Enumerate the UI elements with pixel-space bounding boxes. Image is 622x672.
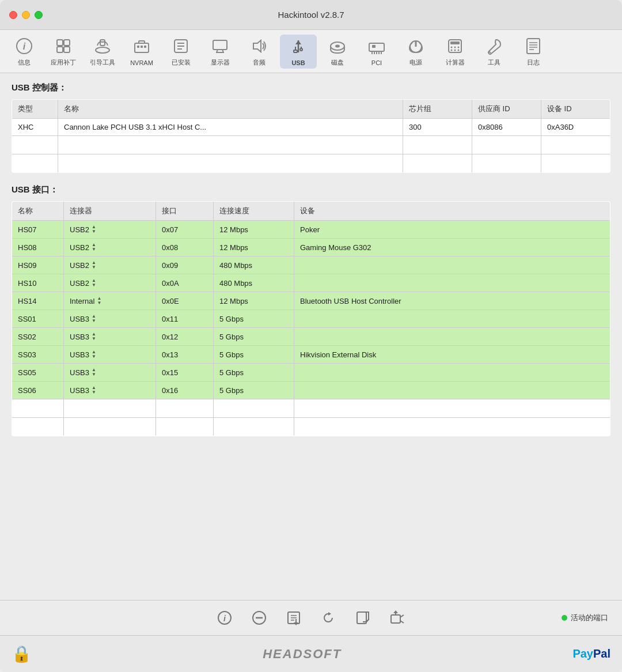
spinner-icon[interactable]: ▲▼	[92, 243, 96, 252]
cell-connector[interactable]: USB3▲▼	[64, 346, 156, 364]
toolbar-item-disk[interactable]: 磁盘	[319, 33, 356, 69]
cell-port-addr: 0x16	[156, 382, 214, 399]
cell-connector[interactable]: USB3▲▼	[64, 310, 156, 328]
spinner-icon[interactable]: ▲▼	[92, 261, 96, 270]
import-button[interactable]	[351, 606, 374, 629]
cell-connector[interactable]: USB3▲▼	[64, 364, 156, 382]
svg-rect-11	[144, 46, 146, 48]
paypal-logo: PayPal	[572, 647, 610, 660]
cell-port-addr: 0x07	[156, 221, 214, 239]
ports-col-name: 名称	[12, 202, 64, 221]
cell-device: Hikvision External Disk	[294, 346, 610, 364]
window-title: Hackintool v2.8.7	[278, 10, 344, 20]
spinner-icon[interactable]: ▲▼	[92, 386, 96, 395]
table-row[interactable]: SS05USB3▲▼0x155 Gbps	[12, 364, 610, 382]
close-button[interactable]	[9, 11, 17, 19]
cell-speed: 480 Mbps	[214, 274, 294, 292]
svg-rect-26	[294, 50, 297, 52]
toolbar-item-calc[interactable]: 计算器	[437, 33, 473, 69]
toolbar-label-calc: 计算器	[446, 58, 465, 67]
toolbar-item-installed[interactable]: 已安装	[162, 33, 199, 69]
info-button[interactable]: i	[213, 606, 236, 629]
cell-device: Gaming Mouse G302	[294, 239, 610, 256]
cell-connector[interactable]: Internal▲▼	[64, 292, 156, 310]
toolbar-item-log[interactable]: 日志	[515, 33, 552, 69]
spinner-icon[interactable]: ▲▼	[92, 314, 96, 323]
spinner-icon[interactable]: ▲▼	[97, 296, 101, 305]
spinner-icon[interactable]: ▲▼	[92, 368, 96, 377]
table-row[interactable]: SS02USB3▲▼0x125 Gbps	[12, 328, 610, 346]
table-row-empty	[12, 418, 610, 436]
svg-rect-4	[57, 47, 63, 52]
svg-point-29	[335, 45, 340, 48]
col-header-type: 类型	[12, 100, 58, 119]
toolbar-label-usb: USB	[291, 59, 305, 66]
cell-device	[294, 382, 610, 399]
table-row[interactable]: SS06USB3▲▼0x165 Gbps	[12, 382, 610, 399]
power-icon	[405, 36, 426, 56]
cell-connector[interactable]: USB3▲▼	[64, 382, 156, 399]
svg-marker-71	[393, 610, 398, 613]
table-row[interactable]: HS08USB2▲▼0x0812 MbpsGaming Mouse G302	[12, 239, 610, 256]
cell-speed: 5 Gbps	[214, 328, 294, 346]
maximize-button[interactable]	[35, 11, 43, 19]
toolbar-item-nvram[interactable]: NVRAM	[123, 35, 160, 69]
svg-marker-21	[253, 40, 261, 52]
toolbar-label-log: 日志	[527, 58, 540, 67]
toolbar-item-boot[interactable]: 引导工具	[84, 33, 121, 69]
cell-port-name: SS02	[12, 328, 64, 346]
cell-port-name: SS05	[12, 364, 64, 382]
toolbar-item-pci[interactable]: PCI	[358, 35, 395, 69]
table-row[interactable]: HS10USB2▲▼0x0A480 Mbps	[12, 274, 610, 292]
table-row[interactable]: HS14Internal▲▼0x0E12 MbpsBluetooth USB H…	[12, 292, 610, 310]
ports-col-port: 接口	[156, 202, 214, 221]
cell-connector[interactable]: USB3▲▼	[64, 328, 156, 346]
toolbar-item-audio[interactable]: 音频	[241, 33, 278, 69]
display-icon	[210, 36, 230, 56]
usb-controller-section: USB 控制器： 类型 名称 芯片组 供应商 ID 设备 ID XHC Cann…	[12, 82, 610, 173]
table-row[interactable]: XHC Cannon Lake PCH USB 3.1 xHCI Host C.…	[12, 119, 610, 136]
pci-icon	[366, 37, 387, 58]
active-port-label: 活动的端口	[571, 613, 608, 623]
cell-device: Bluetooth USB Host Controller	[294, 292, 610, 310]
export-button[interactable]	[282, 606, 305, 629]
spinner-icon[interactable]: ▲▼	[92, 225, 96, 234]
cell-connector[interactable]: USB2▲▼	[64, 239, 156, 256]
toolbar-item-usb[interactable]: USB	[280, 35, 317, 69]
cell-vendor-id: 0x8086	[472, 119, 541, 136]
share-button[interactable]	[386, 606, 409, 629]
usb-controller-title: USB 控制器：	[12, 82, 610, 93]
cell-connector[interactable]: USB2▲▼	[64, 221, 156, 239]
spinner-icon[interactable]: ▲▼	[92, 350, 96, 359]
ports-col-speed: 连接速度	[214, 202, 294, 221]
cell-port-addr: 0x0E	[156, 292, 214, 310]
toolbar-item-power[interactable]: 电源	[397, 33, 434, 69]
toolbar-item-tools[interactable]: 工具	[476, 33, 513, 69]
col-header-vendor-id: 供应商 ID	[472, 100, 541, 119]
table-row[interactable]: HS07USB2▲▼0x0712 MbpsPoker	[12, 221, 610, 239]
cell-chipset: 300	[403, 119, 472, 136]
remove-button[interactable]	[248, 606, 271, 629]
svg-rect-42	[450, 41, 460, 44]
table-row[interactable]: SS03USB3▲▼0x135 GbpsHikvision External D…	[12, 346, 610, 364]
toolbar-item-info[interactable]: i 信息	[6, 33, 43, 69]
toolbar-label-patch: 应用补丁	[51, 58, 76, 67]
cell-connector[interactable]: USB2▲▼	[64, 256, 156, 274]
cell-port-name: HS08	[12, 239, 64, 256]
refresh-button[interactable]	[317, 606, 340, 629]
spinner-icon[interactable]: ▲▼	[92, 278, 96, 288]
table-row[interactable]: HS09USB2▲▼0x09480 Mbps	[12, 256, 610, 274]
cell-connector[interactable]: USB2▲▼	[64, 274, 156, 292]
main-content: USB 控制器： 类型 名称 芯片组 供应商 ID 设备 ID XHC Cann…	[0, 73, 622, 600]
toolbar-item-patch[interactable]: 应用补丁	[45, 33, 82, 69]
cell-name: Cannon Lake PCH USB 3.1 xHCI Host C...	[58, 119, 403, 136]
toolbar-item-display[interactable]: 显示器	[202, 33, 238, 69]
cell-type: XHC	[12, 119, 58, 136]
table-row[interactable]: SS01USB3▲▼0x115 Gbps	[12, 310, 610, 328]
svg-text:i: i	[223, 614, 226, 623]
svg-rect-9	[137, 46, 139, 48]
cell-port-name: HS14	[12, 292, 64, 310]
minimize-button[interactable]	[22, 11, 30, 19]
cell-port-name: HS09	[12, 256, 64, 274]
spinner-icon[interactable]: ▲▼	[92, 332, 96, 341]
